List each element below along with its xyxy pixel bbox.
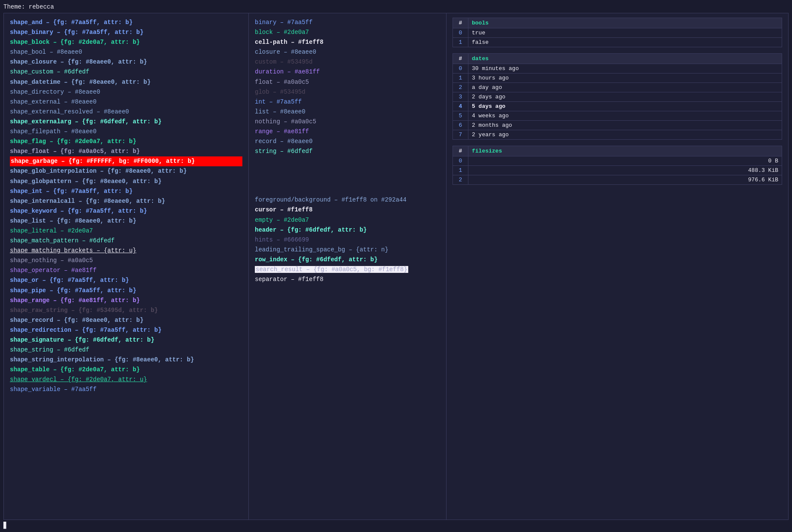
table-row: 4 5 days ago [453, 102, 782, 111]
list-item: shape_nothing – #a0a0c5 [10, 256, 242, 266]
row-index: 1 [453, 38, 468, 47]
dates-hash-header: # [453, 54, 468, 64]
highlighted-list-item: shape_garbage – {fg: #FFFFFF, bg: #FF000… [10, 156, 242, 166]
main-container: shape_and – {fg: #7aa5ff, attr: b} shape… [3, 13, 789, 520]
list-item: header – {fg: #6dfedf, attr: b} [255, 225, 440, 235]
list-item: int – #7aa5ff [255, 97, 440, 107]
list-item: binary – #7aa5ff [255, 18, 440, 28]
list-item: shape_match_pattern – #6dfedf [10, 236, 242, 246]
row-index: 2 [453, 175, 468, 185]
list-item: closure – #8eaee0 [255, 47, 440, 57]
list-item: shape_and – {fg: #7aa5ff, attr: b} [10, 18, 242, 28]
list-item: row_index – {fg: #6dfedf, attr: b} [255, 255, 440, 265]
list-item: duration – #ae81ff [255, 67, 440, 77]
dates-value-header: dates [468, 54, 782, 64]
table-row: 2 976.6 KiB [453, 175, 782, 185]
list-item: shape_external_resolved – #8eaee0 [10, 107, 242, 117]
list-item: hints – #666699 [255, 235, 440, 245]
list-item: shape_record – {fg: #8eaee0, attr: b} [10, 315, 242, 325]
list-item: shape_custom – #6dfedf [10, 67, 242, 77]
list-item: shape_signature – {fg: #6dfedf, attr: b} [10, 335, 242, 345]
bools-hash-header: # [453, 18, 468, 28]
row-index: 1 [453, 73, 468, 83]
list-item: shape_operator – #ae81ff [10, 266, 242, 275]
list-item: shape_block – {fg: #2de0a7, attr: b} [10, 37, 242, 47]
row-index: 0 [453, 156, 468, 166]
list-item: string – #6dfedf [255, 147, 440, 156]
list-item: shape_internalcall – {fg: #8eaee0, attr:… [10, 196, 242, 206]
row-index: 1 [453, 166, 468, 175]
theme-label: Theme: rebecca [3, 3, 789, 10]
list-item: custom – #53495d [255, 57, 440, 67]
list-item: shape_filepath – #8eaee0 [10, 127, 242, 137]
row-value: 2 years ago [468, 130, 782, 140]
row-index: 0 [453, 28, 468, 38]
list-item: range – #ae81ff [255, 127, 440, 137]
cursor: ▊ [3, 522, 789, 529]
filesizes-table: # filesizes 0 0 B 1 488.3 KiB 2 976.6 Ki… [453, 146, 782, 185]
row-value: 5 days ago [468, 102, 782, 111]
list-item: shape_binary – {fg: #7aa5ff, attr: b} [10, 28, 242, 37]
list-item: cell-path – #f1eff8 [255, 37, 440, 47]
list-item: shape_table – {fg: #2de0a7, attr: b} [10, 365, 242, 375]
filesizes-value-header: filesizes [468, 146, 782, 156]
row-value: 0 B [468, 156, 782, 166]
right-column: # bools 0 true 1 false # dates [446, 13, 788, 520]
list-item: leading_trailing_space_bg – {attr: n} [255, 245, 440, 255]
list-item: shape_glob_interpolation – {fg: #8eaee0,… [10, 166, 242, 176]
table-row: 1 488.3 KiB [453, 166, 782, 175]
row-index: 4 [453, 102, 468, 111]
row-value: 30 minutes ago [468, 64, 782, 73]
list-item: nothing – #a0a0c5 [255, 117, 440, 127]
table-row: 0 30 minutes ago [453, 64, 782, 73]
row-value: 4 weeks ago [468, 111, 782, 121]
list-item: shape_pipe – {fg: #7aa5ff, attr: b} [10, 286, 242, 296]
list-item: glob – #53495d [255, 87, 440, 97]
left-column: shape_and – {fg: #7aa5ff, attr: b} shape… [4, 13, 249, 520]
list-item: shape_int – {fg: #7aa5ff, attr: b} [10, 187, 242, 196]
list-item: shape_directory – #8eaee0 [10, 87, 242, 97]
list-item: shape_raw_string – {fg: #53495d, attr: b… [10, 306, 242, 315]
list-item: list – #8eaee0 [255, 107, 440, 117]
row-value: a day ago [468, 83, 782, 92]
list-item: shape_external – #8eaee0 [10, 97, 242, 107]
list-item: shape_string – #6dfedf [10, 345, 242, 355]
mid-column: binary – #7aa5ff block – #2de0a7 cell-pa… [249, 13, 446, 520]
row-value: 3 hours ago [468, 73, 782, 83]
list-item: shape_bool – #8eaee0 [10, 47, 242, 57]
row-value: 2 days ago [468, 92, 782, 102]
row-value: 488.3 KiB [468, 166, 782, 175]
list-item: shape_range – {fg: #ae81ff, attr: b} [10, 296, 242, 306]
list-item: shape_literal – #2de0a7 [10, 226, 242, 236]
list-item: shape_externalarg – {fg: #6dfedf, attr: … [10, 117, 242, 127]
list-item: shape_datetime – {fg: #8eaee0, attr: b} [10, 77, 242, 87]
filesizes-hash-header: # [453, 146, 468, 156]
bools-value-header: bools [468, 18, 782, 28]
row-index: 6 [453, 121, 468, 130]
list-item: shape_globpattern – {fg: #8eaee0, attr: … [10, 177, 242, 187]
row-index: 3 [453, 92, 468, 102]
list-item: shape_list – {fg: #8eaee0, attr: b} [10, 216, 242, 226]
table-row: 2 a day ago [453, 83, 782, 92]
table-row: 7 2 years ago [453, 130, 782, 140]
list-item: shape_flag – {fg: #2de0a7, attr: b} [10, 137, 242, 147]
list-item: float – #a0a0c5 [255, 77, 440, 87]
list-item: cursor – #f1eff8 [255, 205, 440, 215]
table-row: 0 true [453, 28, 782, 38]
list-item: separator – #f1eff8 [255, 275, 440, 284]
list-item: shape_vardecl – {fg: #2de0a7, attr: u} [10, 375, 242, 385]
table-row: 6 2 months ago [453, 121, 782, 130]
list-item: shape_redirection – {fg: #7aa5ff, attr: … [10, 325, 242, 335]
row-value: 976.6 KiB [468, 175, 782, 185]
row-value: true [468, 28, 782, 38]
list-item: block – #2de0a7 [255, 28, 440, 37]
list-item: search_result – {fg: #a0a0c5, bg: #f1eff… [255, 265, 440, 275]
table-row: 1 3 hours ago [453, 73, 782, 83]
list-item: shape_matching_brackets – {attr: u} [10, 246, 242, 256]
list-item: shape_variable – #7aa5ff [10, 385, 242, 394]
list-item: shape_keyword – {fg: #7aa5ff, attr: b} [10, 206, 242, 216]
row-value: false [468, 38, 782, 47]
list-item: foreground/background – #f1eff8 on #292a… [255, 195, 440, 205]
bools-table: # bools 0 true 1 false [453, 18, 782, 47]
list-item: shape_string_interpolation – {fg: #8eaee… [10, 355, 242, 365]
